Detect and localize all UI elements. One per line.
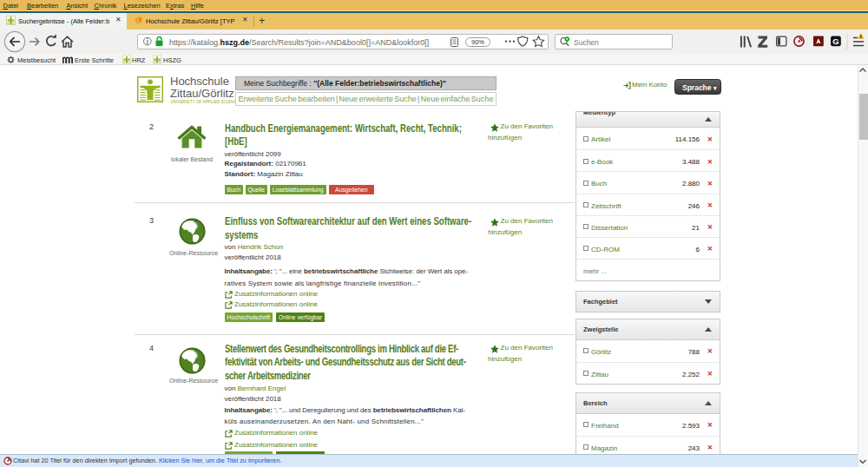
svg-text:G: G xyxy=(832,36,838,46)
